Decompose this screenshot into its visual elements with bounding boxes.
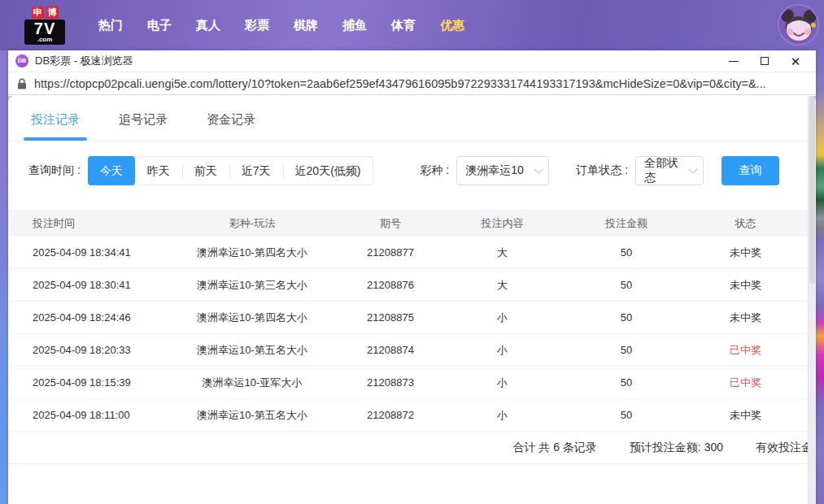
lottery-play-cell: 澳洲幸运10-第四名大小 [159, 245, 346, 260]
time-range-label: 今天 [100, 164, 123, 177]
bet-content-cell: 小 [435, 311, 569, 325]
issue-number-cell: 21208875 [346, 311, 435, 324]
topnav-item[interactable]: 真人 [184, 10, 233, 41]
web-page: 投注记录 追号记录 资金记录 查询时间 : 今天 昨天 前天 近7天 近20天(… [8, 96, 816, 504]
status-select-value: 全部状态 [644, 156, 688, 185]
topnav-item-label: 棋牌 [294, 18, 318, 32]
column-header-status: 状态 [683, 216, 808, 231]
content-panel: 投注记录 追号记录 资金记录 查询时间 : 今天 昨天 前天 近7天 近20天(… [8, 96, 816, 504]
page-background-left-strip [0, 50, 8, 504]
status-cell: 未中奖 [683, 278, 808, 293]
issue-number-cell: 21208874 [346, 344, 435, 356]
tab[interactable]: 投注记录 [31, 112, 80, 141]
time-range-label: 近20天(低频) [295, 164, 361, 177]
topnav-item-label: 体育 [391, 18, 416, 32]
bet-content-cell: 大 [435, 245, 569, 260]
user-avatar[interactable] [778, 4, 819, 46]
bet-amount-cell: 50 [569, 311, 683, 324]
scrollbar-thumb[interactable] [809, 96, 815, 284]
lottery-play-cell: 澳洲幸运10-第五名大小 [159, 408, 346, 423]
top-navbar: 申 博 7V .com 热门 电子 真人 彩票 棋牌 捕鱼 体育 优惠 [0, 0, 824, 50]
time-range-label: 昨天 [147, 164, 170, 177]
bet-amount-cell: 50 [569, 344, 683, 356]
logo-tld: .com [24, 37, 65, 43]
topnav-item-label: 热门 [98, 18, 123, 32]
logo-badge-2: 博 [46, 7, 59, 19]
logo-badges: 申 博 [32, 7, 59, 19]
maximize-button[interactable] [749, 50, 780, 72]
table-row: 2025-04-09 18:24:46 澳洲幸运10-第四名大小 2120887… [8, 302, 816, 334]
bet-time-cell: 2025-04-09 18:34:41 [8, 246, 159, 259]
topnav-item[interactable]: 捕鱼 [330, 10, 379, 41]
close-button[interactable]: ✕ [780, 50, 811, 72]
table-footer: 合计 共 6 条记录 预计投注金额: 300 有效投注金 [8, 432, 816, 464]
bet-amount-cell: 50 [569, 376, 683, 389]
tab[interactable]: 资金记录 [207, 112, 255, 141]
column-header-lottery-play: 彩种-玩法 [159, 216, 346, 231]
bet-content-cell: 小 [435, 343, 569, 358]
table-body: 2025-04-09 18:34:41 澳洲幸运10-第四名大小 2120887… [8, 237, 816, 432]
status-cell: 未中奖 [683, 408, 808, 423]
status-cell: 已中奖 [683, 343, 808, 358]
topnav-item[interactable]: 热门 [86, 10, 135, 41]
time-range-button[interactable]: 近20天(低频) [283, 157, 373, 185]
table-row: 2025-04-09 18:30:41 澳洲幸运10-第三名大小 2120887… [8, 269, 816, 302]
tab[interactable]: 追号记录 [119, 112, 168, 141]
issue-number-cell: 21208873 [346, 376, 435, 389]
topnav-item[interactable]: 电子 [135, 10, 184, 41]
bet-content-cell: 小 [435, 376, 569, 390]
minimize-button[interactable] [718, 50, 749, 72]
topnav-item[interactable]: 棋牌 [281, 10, 330, 41]
time-range-button[interactable]: 前天 [182, 157, 229, 185]
lottery-play-cell: 澳洲幸运10-第三名大小 [159, 278, 346, 293]
logo-box: 7V .com [24, 20, 65, 45]
maximize-icon [761, 57, 769, 65]
issue-number-cell: 21208872 [346, 409, 435, 421]
time-range-label: 近7天 [242, 164, 271, 177]
address-bar[interactable]: https://ctopcp02pcali.uengi5e.com/lotter… [8, 72, 816, 95]
topnav-menu: 热门 电子 真人 彩票 棋牌 捕鱼 体育 优惠 [86, 10, 477, 41]
avatar-illustration [779, 6, 817, 44]
topnav-item[interactable]: 体育 [379, 10, 428, 41]
tab-label: 资金记录 [207, 112, 255, 126]
time-filter-label: 查询时间 : [28, 163, 81, 178]
status-cell: 未中奖 [683, 245, 808, 260]
time-range-button[interactable]: 今天 [88, 156, 135, 185]
topnav-item[interactable]: 彩票 [233, 10, 281, 41]
site-logo[interactable]: 申 博 7V .com [23, 7, 67, 45]
window-title: DB彩票 - 极速浏览器 [35, 54, 133, 68]
tab-label: 投注记录 [31, 112, 80, 126]
bet-time-cell: 2025-04-09 18:11:00 [8, 409, 159, 421]
column-header-bet-amount: 投注金额 [569, 216, 683, 231]
lottery-filter-label: 彩种 : [420, 163, 449, 178]
table-row: 2025-04-09 18:11:00 澳洲幸运10-第五名大小 2120887… [8, 399, 816, 432]
url-text: https://ctopcp02pcali.uengi5e.com/lotter… [34, 77, 766, 90]
bet-time-cell: 2025-04-09 18:24:46 [8, 311, 159, 324]
topnav-item-label: 电子 [147, 18, 172, 32]
topnav-item-label: 真人 [196, 18, 220, 32]
bet-time-cell: 2025-04-09 18:15:39 [8, 376, 159, 389]
time-range-button[interactable]: 昨天 [135, 157, 182, 185]
bet-content-cell: 小 [435, 408, 569, 423]
lock-icon [17, 78, 27, 89]
favicon-icon: DB [15, 54, 28, 67]
window-controls: ✕ [718, 50, 811, 72]
chevron-down-icon [534, 164, 543, 173]
bet-amount-cell: 50 [569, 409, 683, 421]
column-header-bet-time: 投注时间 [8, 216, 159, 231]
status-cell: 已中奖 [683, 376, 808, 390]
page-scrollbar[interactable] [808, 96, 816, 504]
order-status-select[interactable]: 全部状态 [635, 156, 704, 185]
search-button[interactable]: 查询 [722, 156, 779, 185]
bet-content-cell: 大 [435, 278, 569, 293]
topnav-item[interactable]: 优惠 [428, 10, 477, 41]
bet-amount-cell: 50 [569, 246, 683, 259]
bet-amount-cell: 50 [569, 279, 683, 291]
table-header-row: 投注时间 彩种-玩法 期号 投注内容 投注金额 状态 [8, 210, 816, 237]
table-row: 2025-04-09 18:20:33 澳洲幸运10-第五名大小 2120887… [8, 334, 816, 367]
time-range-button[interactable]: 近7天 [229, 157, 283, 185]
topnav-item-label: 彩票 [245, 18, 269, 32]
lottery-select[interactable]: 澳洲幸运10 [456, 156, 549, 185]
bet-time-cell: 2025-04-09 18:20:33 [8, 344, 159, 356]
status-filter-label: 订单状态 : [576, 163, 628, 178]
